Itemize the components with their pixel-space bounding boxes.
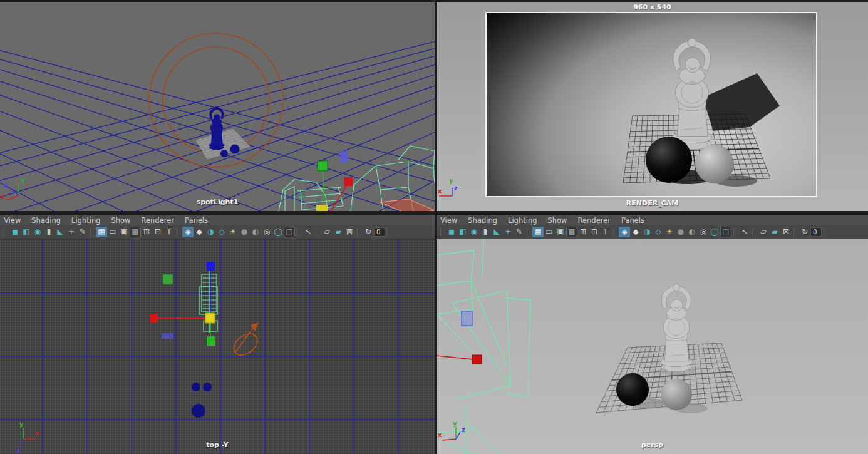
viewport-spotlight[interactable]: Y z x spotLight1 [0,2,435,211]
wireframe-icon[interactable]: ◈ [619,227,630,237]
menu-shading[interactable]: Shading [31,216,61,225]
safe-action-icon[interactable]: ⊡ [152,227,163,237]
exposure-icon[interactable]: ↻ [799,227,810,237]
render-image [487,13,816,196]
bookmark-icon[interactable]: ▮ [480,227,491,237]
lock-camera-icon[interactable]: ◧ [21,227,32,237]
manipulator-center-handle [205,313,215,323]
motion-blur-icon[interactable]: ◐ [250,227,261,237]
xray-joints-icon[interactable]: ▰ [333,227,344,237]
viewport-persp[interactable]: y z x persp [437,239,868,454]
exposure-value[interactable]: 0 [374,227,385,237]
menu-lighting[interactable]: Lighting [71,216,100,225]
menu-show[interactable]: Show [548,216,567,225]
grease-pencil-icon[interactable]: ✎ [514,227,525,237]
buddha-statue-persp [661,284,693,372]
select-camera-icon[interactable]: ◼ [9,227,21,237]
viewport-top[interactable]: y x z top -Y [0,239,435,454]
axis-y-label: y [19,421,24,428]
isolate-select-icon[interactable]: ↖ [739,227,750,237]
toolbar-separator [793,228,797,236]
wireframe-icon[interactable]: ◈ [182,227,194,237]
sphere-top [203,383,212,391]
xray-active-icon[interactable]: ⊠ [344,227,355,237]
manipulator-y-handle [207,336,215,346]
image-plane-icon[interactable]: ◣ [491,227,502,237]
field-chart-icon[interactable]: ⊞ [577,227,589,237]
image-plane-icon[interactable]: ◣ [54,227,66,237]
panel-persp-view: ViewShadingLightingShowRendererPanels ◼◧… [437,215,868,454]
xray-icon[interactable]: ▱ [321,227,333,237]
menu-renderer[interactable]: Renderer [578,216,611,225]
menu-panels[interactable]: Panels [621,216,644,225]
camera-wireframe-top [199,271,217,333]
toolbar-separator [357,228,361,236]
exposure-value[interactable]: 0 [810,227,822,237]
panel-toolbar: ◼◧◉▮◣+✎▦▭▣▩⊞⊡T◈◆◑◇☀●◐◎◯▢↖▱▰⊠↻0 [0,225,435,239]
select-camera-icon[interactable]: ◼ [446,227,457,237]
xray-active-icon[interactable]: ⊠ [780,227,792,237]
resolution-gate-icon[interactable]: ▣ [555,227,566,237]
menu-lighting[interactable]: Lighting [508,216,537,225]
film-gate-icon[interactable]: ▭ [107,227,118,237]
textured-icon[interactable]: ◑ [641,227,653,237]
use-all-lights-icon[interactable]: ◇ [216,227,227,237]
axis-y-label: y [453,420,457,427]
toolbar-separator [733,228,737,236]
motion-blur-icon[interactable]: ◐ [686,227,698,237]
grease-pencil-icon[interactable]: ✎ [77,227,88,237]
manipulator-plane-handle [162,333,173,339]
panel-toolbar: ◼◧◉▮◣+✎▦▭▣▩⊞⊡T◈◆◑◇☀●◐◎◯▢↖▱▰⊠↻0 [437,225,868,239]
axis-x-label: x [1,193,5,200]
shadows-icon[interactable]: ☀ [227,227,239,237]
field-chart-icon[interactable]: ⊞ [141,227,152,237]
grid-icon[interactable]: ▦ [96,227,107,237]
safe-action-icon[interactable]: ⊡ [589,227,600,237]
textured-icon[interactable]: ◑ [205,227,216,237]
xray-joints-icon[interactable]: ▰ [769,227,780,237]
shaded-icon[interactable]: ◆ [630,227,641,237]
shadows-icon[interactable]: ☀ [664,227,675,237]
lock-camera-icon[interactable]: ◧ [457,227,468,237]
camera-attributes-icon[interactable]: ◉ [468,227,480,237]
depth-of-field-icon[interactable]: ◯ [272,227,284,237]
menu-view[interactable]: View [440,216,457,225]
bookmark-icon[interactable]: ▮ [43,227,54,237]
menu-shading[interactable]: Shading [468,216,497,225]
use-all-lights-icon[interactable]: ◇ [653,227,664,237]
sphere-top [192,383,200,391]
gate-mask-icon[interactable]: ▩ [130,227,141,237]
multisample-icon[interactable]: ◎ [261,227,272,237]
film-gate-icon[interactable]: ▭ [544,227,555,237]
multisample-icon[interactable]: ◎ [698,227,709,237]
exposure-icon[interactable]: ↻ [363,227,374,237]
black-sphere [616,373,649,406]
depth-of-field-icon[interactable]: ◯ [709,227,720,237]
menu-panels[interactable]: Panels [185,216,208,225]
panel-top-view: ViewShadingLightingShowRendererPanels ◼◧… [0,215,435,454]
isolate-select-icon[interactable]: ↖ [302,227,314,237]
manipulator-z-handle [207,262,215,271]
axis-z-label: z [462,426,465,433]
viewport-renderer-icon[interactable]: ▢ [284,227,295,237]
menu-view[interactable]: View [4,216,21,225]
screen-space-ao-icon[interactable]: ● [675,227,686,237]
menu-renderer[interactable]: Renderer [142,216,175,225]
grid-icon[interactable]: ▦ [532,227,544,237]
pan-zoom-icon[interactable]: + [66,227,77,237]
maya-four-view-layout: Y z x spotLight1 960 x 540 x y z RENDER_… [0,0,868,454]
gate-mask-icon[interactable]: ▩ [566,227,577,237]
screen-space-ao-icon[interactable]: ● [239,227,250,237]
resolution-gate-icon[interactable]: ▣ [118,227,130,237]
shaded-icon[interactable]: ◆ [194,227,205,237]
menu-show[interactable]: Show [111,216,131,225]
viewport-render-cam[interactable]: 960 x 540 x y z RENDER_CAM [437,2,868,211]
safe-title-icon[interactable]: T [600,227,611,237]
safe-title-icon[interactable]: T [163,227,175,237]
camera-attributes-icon[interactable]: ◉ [32,227,43,237]
light-icon-top [163,274,173,284]
xray-icon[interactable]: ▱ [758,227,769,237]
toolbar-separator [387,228,391,236]
pan-zoom-icon[interactable]: + [502,227,514,237]
viewport-renderer-icon[interactable]: ▢ [720,227,731,237]
